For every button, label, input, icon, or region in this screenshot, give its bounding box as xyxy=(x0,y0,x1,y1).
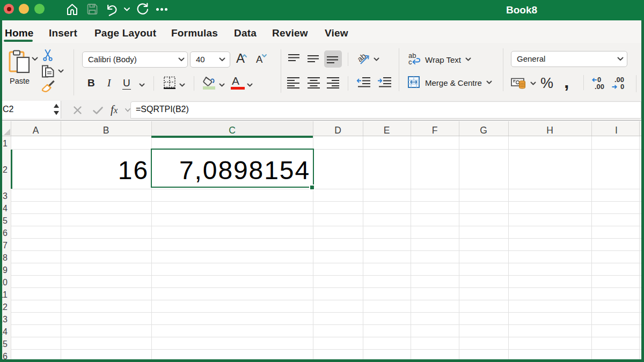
svg-text:c: c xyxy=(408,58,412,66)
svg-text:ab: ab xyxy=(355,51,368,64)
svg-text:.00: .00 xyxy=(595,83,604,91)
svg-text:0: 0 xyxy=(620,83,624,91)
